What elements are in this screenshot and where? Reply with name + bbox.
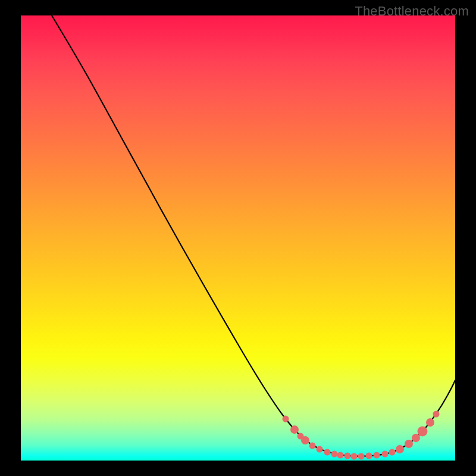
marker-group <box>283 411 440 460</box>
data-marker <box>317 446 323 453</box>
data-marker <box>412 434 420 442</box>
data-marker <box>358 453 365 460</box>
data-marker <box>301 436 309 444</box>
data-marker <box>345 453 351 459</box>
data-marker <box>433 411 440 418</box>
data-marker <box>418 427 428 437</box>
data-marker <box>309 443 316 449</box>
watermark-text: TheBottleneck.com <box>355 4 469 19</box>
data-marker <box>337 452 344 459</box>
data-marker <box>396 445 404 453</box>
data-marker <box>382 451 389 458</box>
chart-svg <box>21 15 455 461</box>
data-marker <box>331 451 338 458</box>
data-marker <box>351 453 358 460</box>
bottleneck-curve <box>52 15 455 456</box>
data-marker <box>366 453 372 459</box>
chart-plot-area <box>21 15 455 461</box>
data-marker <box>426 418 434 427</box>
data-marker <box>374 452 380 459</box>
data-marker <box>324 449 331 456</box>
data-marker <box>290 425 299 434</box>
data-marker <box>405 440 413 448</box>
data-marker <box>389 449 396 456</box>
data-marker <box>283 416 289 422</box>
